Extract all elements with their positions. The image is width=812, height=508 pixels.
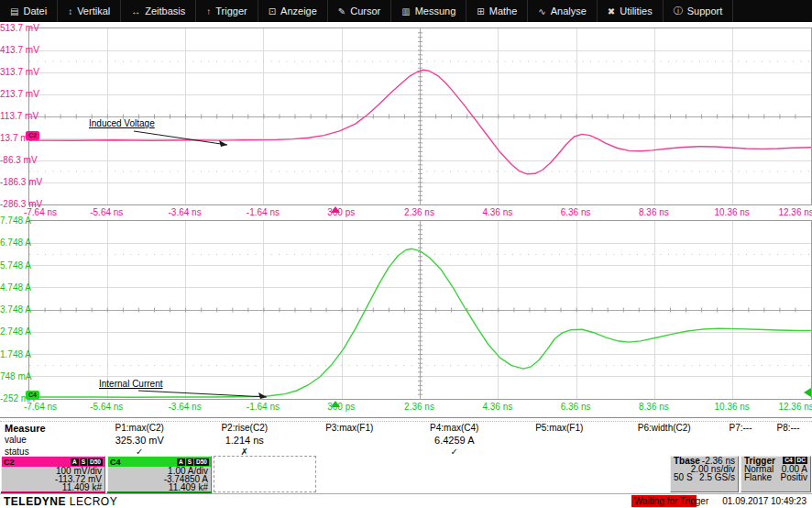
empty-trace-slot[interactable]: [214, 456, 316, 492]
channel-name: C2: [4, 458, 15, 467]
x-axis-label: -3.64 ns: [169, 207, 202, 217]
channel-samples: 11.409 k#: [108, 483, 211, 491]
y-axis-label: 5.748 A: [0, 261, 27, 271]
measure-title: Measure: [0, 423, 87, 434]
timebase-box[interactable]: Tbase -2.36 ns 2.00 ns/div 50 S 2.5 GS/s: [670, 456, 739, 492]
datetime: 01.09.2017 10:49:23: [722, 496, 807, 506]
timebase-rate: 2.5 GS/s: [699, 473, 735, 481]
measure-header-p6[interactable]: P6:width(C2): [612, 423, 718, 433]
trigger-time-marker[interactable]: [331, 401, 340, 407]
x-axis-label: 4.36 ns: [482, 207, 512, 217]
x-axis-label: 12.36 ns: [778, 402, 812, 412]
menu-item-utilities[interactable]: ✖Utilities: [598, 0, 664, 22]
menu-item-label: Cursor: [350, 6, 380, 17]
channel-badges: ASD50: [177, 458, 209, 466]
meter-icon: ▥: [401, 6, 410, 17]
menu-item-zeitbasis[interactable]: ↔Zeitbasis: [121, 0, 196, 22]
x-axis-label: 6.36 ns: [561, 207, 591, 217]
timebase-samples: 50 S: [674, 473, 693, 481]
measure-header-p1[interactable]: P1:max(C2): [87, 423, 192, 433]
measure-value-row-label: value: [0, 435, 87, 445]
y-axis-label: 748 mA: [0, 372, 27, 381]
trigger-slope-label: Flanke: [744, 473, 772, 481]
measure-value-p1: 325.30 mV: [87, 435, 192, 446]
measure-header-p7[interactable]: P7:---: [717, 423, 764, 433]
x-axis-label: 6.36 ns: [561, 402, 591, 412]
channel-name: C4: [110, 458, 121, 467]
badge-a: A: [71, 458, 79, 466]
x-axis-label: -1.64 ns: [247, 207, 280, 217]
x-axis-label: 10.36 ns: [715, 402, 750, 412]
measure-header-p2[interactable]: P2:rise(C2): [192, 423, 298, 433]
x-axis-label: -5.64 ns: [90, 402, 123, 412]
y-axis-label: 4.748 A: [0, 283, 27, 293]
measure-value-p4: 6.4259 A: [402, 435, 508, 446]
annotation-voltage: Induced Voltage: [89, 118, 155, 128]
measure-header-p3[interactable]: P3:max(F1): [297, 423, 402, 433]
plot-voltage[interactable]: [28, 28, 812, 205]
c4-offset-marker[interactable]: C4: [26, 391, 39, 400]
menu-item-analyse[interactable]: ∿Analyse: [528, 0, 598, 22]
status-warning-icon: ✗: [192, 447, 298, 457]
y-axis-label: -86.3 mV: [0, 156, 27, 165]
channel-box-c2[interactable]: C2ASD50100 mV/div-113.72 mV11.409 k#: [1, 456, 105, 492]
menu-item-vertikal[interactable]: ↕Vertikal: [58, 0, 121, 22]
horizontal-arrows-icon: ↔: [131, 6, 140, 17]
menu-bar: ▤Datei↕Vertikal↔Zeitbasis↑Trigger⊡Anzeig…: [0, 0, 812, 22]
x-axis-label: -3.64 ns: [169, 402, 202, 412]
menu-item-label: Support: [687, 6, 723, 17]
badge-d50: D50: [194, 458, 209, 466]
badge-s: S: [186, 458, 193, 466]
status-check-icon: ✓: [402, 447, 508, 457]
badge-d50: D50: [88, 458, 103, 466]
measure-header-p8[interactable]: P8:---: [764, 423, 812, 433]
menu-item-label: Trigger: [215, 6, 247, 17]
channel-box-c4[interactable]: C4ASD501.00 A/div-3.74850 A11.409 k#: [107, 456, 212, 492]
x-axis-label: -5.64 ns: [90, 207, 123, 217]
annotation-current: Internal Current: [99, 379, 162, 389]
measure-status-row-label: status: [0, 447, 87, 457]
channel-badges: ASD50: [71, 458, 103, 466]
x-axis-label: -7.64 ns: [24, 402, 57, 412]
menu-item-label: Datei: [23, 6, 47, 17]
menu-item-label: Zeitbasis: [145, 6, 185, 17]
trigger-time-marker[interactable]: [331, 206, 340, 213]
measure-header-p4[interactable]: P4:max(C4): [402, 423, 508, 433]
acquisition-status: Waiting for Trigger: [631, 495, 711, 507]
measure-header-p5[interactable]: P5:max(F1): [507, 423, 612, 433]
file-icon: ▤: [10, 6, 18, 17]
y-axis-label: 13.7 mV: [0, 134, 27, 143]
menu-item-mathe[interactable]: ⊞Mathe: [466, 0, 528, 22]
menu-item-trigger[interactable]: ↑Trigger: [196, 0, 258, 22]
trigger-level-marker[interactable]: [804, 388, 811, 397]
menu-item-label: Mathe: [489, 6, 518, 17]
menu-item-cursor[interactable]: ✎Cursor: [328, 0, 391, 22]
y-axis-label: 7.748 A: [0, 216, 27, 226]
y-axis-label: 2.748 A: [0, 327, 27, 337]
x-axis-label: 12.36 ns: [778, 207, 812, 217]
menu-item-support[interactable]: ⓘSupport: [664, 0, 734, 22]
x-axis-label: 8.36 ns: [639, 402, 669, 412]
badge-s: S: [80, 458, 87, 466]
menu-item-datei[interactable]: ▤Datei: [0, 0, 58, 22]
x-axis-label: 4.36 ns: [482, 402, 512, 412]
y-axis-label: 413.7 mV: [0, 46, 27, 55]
trigger-slope: Positiv: [781, 473, 807, 481]
trigger-box[interactable]: Trigger C4DC Normal 0.00 A Flanke Positi…: [741, 456, 811, 492]
brand-secondary: LECROY: [70, 495, 117, 508]
menu-item-anzeige[interactable]: ⊡Anzeige: [258, 0, 328, 22]
brand-primary: TELEDYNE: [4, 495, 66, 508]
trigger-badge-dc: DC: [796, 457, 807, 464]
menu-item-label: Analyse: [551, 6, 587, 17]
plot-current[interactable]: [28, 220, 812, 400]
y-axis-label: 513.7 mV: [0, 24, 27, 33]
channel-samples: 11.409 k#: [2, 483, 104, 491]
menu-item-label: Utilities: [620, 6, 652, 17]
menu-item-label: Anzeige: [280, 6, 317, 17]
y-axis-label: 313.7 mV: [0, 68, 27, 77]
trigger-badge-c4: C4: [783, 457, 794, 464]
c2-offset-marker[interactable]: C2: [26, 131, 39, 140]
y-axis-label: -286.3 mV: [0, 200, 27, 209]
status-check-icon: ✓: [87, 447, 192, 457]
menu-item-messung[interactable]: ▥Messung: [391, 0, 466, 22]
